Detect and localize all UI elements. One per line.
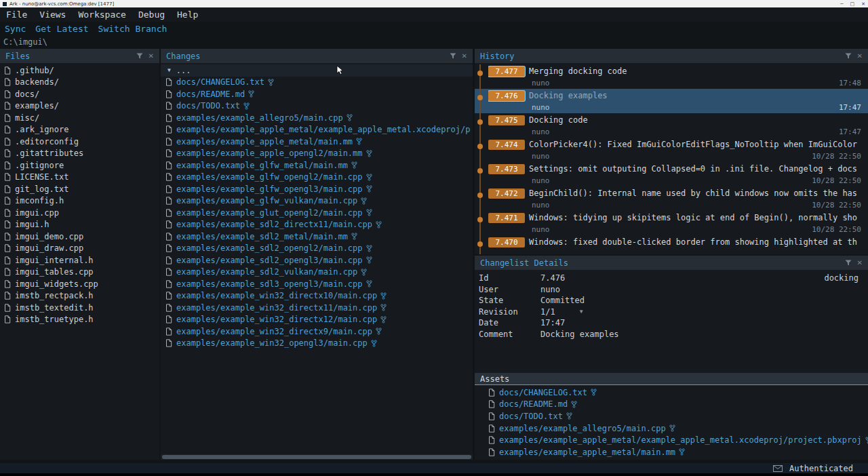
file-tree-item[interactable]: imgui.cpp — [0, 207, 159, 219]
changed-file-row[interactable]: examples/example_sdl2_opengl3/main.cpp — [161, 254, 473, 266]
file-tree-item[interactable]: imgui_widgets.cpp — [0, 278, 159, 290]
changed-file-row[interactable]: examples/example_sdl2_metal/main.mm — [161, 231, 473, 243]
changed-file-row[interactable]: examples/example_sdl3_opengl3/main.cpp — [161, 278, 473, 290]
file-icon — [165, 114, 172, 122]
file-tree-item[interactable]: imgui_draw.cpp — [0, 243, 159, 255]
changed-file-row[interactable]: docs/README.md — [161, 88, 473, 100]
changed-file-row[interactable]: examples/example_apple_metal/main.mm — [161, 136, 473, 148]
changed-file-row[interactable]: examples/example_win32_directx11/main.cp… — [161, 302, 473, 314]
revision-badge[interactable]: 7.472 — [488, 189, 525, 199]
asset-row[interactable]: examples/example_apple_metal/main.mm — [475, 446, 868, 458]
changes-root-row[interactable]: ▼ ... — [161, 64, 473, 77]
changed-file-row[interactable]: examples/example_glfw_metal/main.mm — [161, 159, 473, 172]
changed-file-row[interactable]: examples/example_win32_directx9/main.cpp — [161, 325, 473, 338]
commit-row[interactable]: 7.477 Merging docking code nuno 17:48 — [475, 64, 868, 89]
menu-item[interactable]: Workspace — [72, 9, 132, 20]
timeline-rail — [475, 138, 486, 162]
chevron-down-icon[interactable]: ▼ — [580, 309, 583, 315]
menu-item[interactable]: File — [0, 9, 33, 20]
menu-item[interactable]: Views — [33, 9, 72, 20]
file-tree-item[interactable]: .editorconfig — [0, 136, 159, 148]
file-tree-item[interactable]: imconfig.h — [0, 195, 159, 207]
changed-file-row[interactable]: examples/example_glfw_vulkan/main.cpp — [161, 195, 473, 207]
asset-row[interactable]: docs/TODO.txt — [475, 410, 868, 422]
menu-item[interactable]: Help — [171, 9, 204, 20]
file-tree-item[interactable]: misc/ — [0, 112, 159, 124]
filter-icon[interactable] — [844, 258, 853, 268]
window-control-button[interactable]: ─ — [840, 1, 843, 7]
changed-file-row[interactable]: examples/example_glfw_opengl3/main.cpp — [161, 183, 473, 195]
revision-badge[interactable]: 7.477 — [488, 66, 525, 77]
branch-change-icon — [376, 221, 382, 229]
file-tree-item[interactable]: .github/ — [0, 64, 159, 77]
changed-file-path: examples/example_glut_opengl2/main.cpp — [176, 208, 363, 218]
commit-row[interactable]: 7.472 BeginChild(): Internal name used b… — [475, 186, 868, 211]
asset-row[interactable]: examples/example_apple_metal/example_app… — [475, 434, 868, 446]
file-icon — [4, 315, 11, 323]
close-icon[interactable]: ✕ — [857, 259, 863, 266]
asset-row[interactable]: examples/example_allegro5/main.cpp — [475, 422, 868, 435]
file-tree-item[interactable]: git_log.txt — [0, 183, 159, 195]
commit-row[interactable]: 7.473 Settings: omit outputing Collapsed… — [475, 162, 868, 186]
asset-row[interactable]: docs/README.md — [475, 399, 868, 411]
menu-item[interactable]: Debug — [132, 9, 171, 20]
asset-row[interactable]: docs/CHANGELOG.txt — [475, 386, 868, 399]
close-icon[interactable]: ✕ — [462, 52, 467, 60]
changed-file-row[interactable]: examples/example_glfw_opengl2/main.cpp — [161, 172, 473, 184]
commit-row[interactable]: 7.475 Docking code nuno 17:47 — [475, 113, 868, 138]
changed-file-row[interactable]: examples/example_win32_directx10/main.cp… — [161, 290, 473, 302]
filter-icon[interactable] — [844, 52, 853, 61]
toolbar-button[interactable]: Sync — [0, 24, 31, 34]
filter-icon[interactable] — [135, 52, 144, 61]
file-tree-item[interactable]: .gitignore — [0, 159, 159, 172]
assets-section-header[interactable]: Assets — [475, 373, 868, 385]
changed-file-row[interactable]: examples/example_glut_opengl2/main.cpp — [161, 207, 473, 219]
horizontal-scrollbar[interactable] — [161, 454, 473, 460]
revision-badge[interactable]: 7.475 — [488, 115, 525, 125]
revision-badge[interactable]: 7.476 — [488, 91, 525, 101]
changed-file-row[interactable]: examples/example_sdl2_directx11/main.cpp — [161, 219, 473, 231]
file-icon — [488, 389, 495, 397]
commit-row[interactable]: 7.471 Windows: tidying up skipitems logi… — [475, 211, 868, 235]
close-icon[interactable]: ✕ — [857, 52, 863, 60]
file-tree-item[interactable]: .ark_ignore — [0, 124, 159, 136]
changed-file-row[interactable]: examples/example_win32_opengl3/main.cpp — [161, 338, 473, 350]
file-tree-item[interactable]: examples/ — [0, 100, 159, 113]
file-tree-item[interactable]: imgui_tables.cpp — [0, 266, 159, 279]
commit-row[interactable]: 7.470 Windows: fixed double-clicked bord… — [475, 235, 868, 254]
window-control-button[interactable]: □ — [850, 1, 855, 7]
commit-row[interactable]: 7.476 Docking examples nuno 17:47 — [475, 89, 868, 113]
close-icon[interactable]: ✕ — [149, 52, 154, 60]
asset-file-path: examples/example_allegro5/main.cpp — [499, 424, 666, 433]
scrollbar-thumb[interactable] — [162, 455, 471, 459]
changed-file-row[interactable]: examples/example_win32_directx12/main.cp… — [161, 314, 473, 326]
revision-badge[interactable]: 7.470 — [488, 237, 525, 247]
revision-badge[interactable]: 7.473 — [488, 164, 525, 174]
revision-badge[interactable]: 7.471 — [488, 213, 525, 223]
changed-file-row[interactable]: examples/example_apple_metal/example_app… — [161, 124, 473, 136]
file-tree-item[interactable]: backends/ — [0, 77, 159, 89]
file-tree-item[interactable]: imgui_internal.h — [0, 254, 159, 266]
file-tree-item[interactable]: imgui.h — [0, 219, 159, 231]
changed-file-row[interactable]: examples/example_sdl2_opengl2/main.cpp — [161, 243, 473, 255]
file-tree-item[interactable]: imstb_textedit.h — [0, 302, 159, 314]
file-tree-item[interactable]: .gitattributes — [0, 148, 159, 160]
file-tree-item[interactable]: imstb_truetype.h — [0, 314, 159, 326]
changed-file-row[interactable]: examples/example_allegro5/main.cpp — [161, 112, 473, 124]
file-tree-item[interactable]: imgui_demo.cpp — [0, 231, 159, 243]
changed-file-row[interactable]: docs/CHANGELOG.txt — [161, 77, 473, 89]
chevron-down-icon[interactable]: ▼ — [167, 67, 171, 73]
changed-file-row[interactable]: examples/example_sdl2_vulkan/main.cpp — [161, 266, 473, 279]
filter-icon[interactable] — [448, 52, 458, 61]
commit-row[interactable]: 7.474 ColorPicker4(): Fixed ImGuiColorEd… — [475, 138, 868, 162]
changed-file-row[interactable]: examples/example_apple_opengl2/main.mm — [161, 148, 473, 160]
file-tree-item[interactable]: imstb_rectpack.h — [0, 290, 159, 302]
file-tree-item[interactable]: LICENSE.txt — [0, 172, 159, 184]
changed-file-row[interactable]: docs/TODO.txt — [161, 100, 473, 113]
field-value: 1/1 — [540, 307, 555, 317]
toolbar-button[interactable]: Switch Branch — [94, 24, 172, 34]
toolbar-button[interactable]: Get Latest — [31, 24, 93, 34]
file-tree-item[interactable]: docs/ — [0, 88, 159, 100]
window-control-button[interactable]: ✕ — [861, 1, 865, 7]
revision-badge[interactable]: 7.474 — [488, 140, 525, 150]
